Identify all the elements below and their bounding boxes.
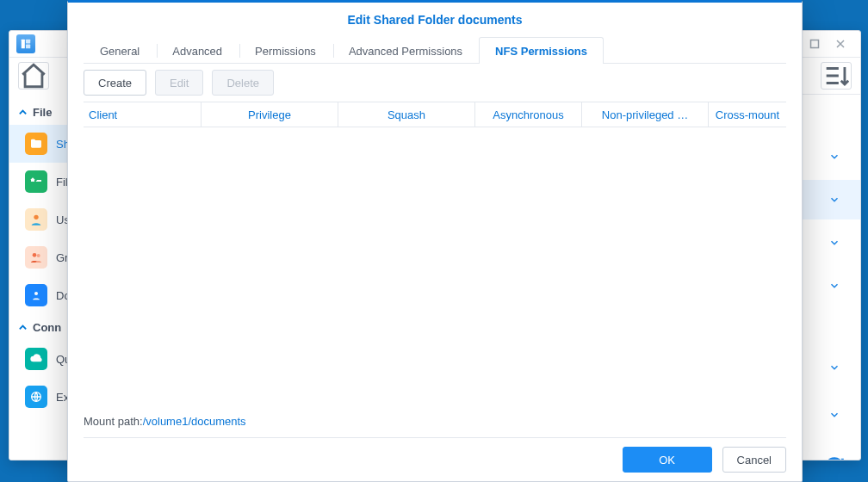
cancel-button[interactable]: Cancel	[722, 447, 786, 473]
tab-advanced[interactable]: Advanced	[156, 37, 239, 64]
svg-rect-1	[26, 40, 30, 44]
column-squash[interactable]: Squash	[338, 102, 475, 127]
nfs-rules-table: Client Privilege Squash Asynchronous Non…	[84, 102, 786, 405]
external-icon	[25, 386, 47, 408]
panel-expand-1[interactable]	[822, 145, 846, 169]
window-maximize-button[interactable]	[802, 34, 828, 53]
svg-rect-4	[811, 40, 819, 48]
column-client[interactable]: Client	[84, 102, 202, 127]
quickconnect-icon	[25, 348, 47, 370]
app-icon	[16, 34, 35, 53]
shared-folder-icon	[25, 133, 47, 155]
dialog-tabs: General Advanced Permissions Advanced Pe…	[84, 37, 786, 64]
sidebar-item-label: Fil	[56, 176, 68, 188]
tab-advanced-permissions[interactable]: Advanced Permissions	[332, 37, 479, 64]
svg-rect-2	[26, 45, 30, 49]
svg-point-11	[34, 292, 38, 295]
group-icon	[25, 246, 47, 269]
tab-label: Advanced	[172, 45, 222, 58]
panel-expand-4[interactable]	[822, 274, 846, 298]
table-header-row: Client Privilege Squash Asynchronous Non…	[84, 102, 786, 127]
svg-point-8	[34, 215, 38, 219]
refresh-button[interactable]	[822, 454, 846, 460]
panel-expand-2[interactable]	[822, 188, 846, 212]
sort-button[interactable]	[821, 62, 852, 90]
sidebar-section-label: Conn	[33, 321, 61, 334]
edit-shared-folder-dialog: Edit Shared Folder documents General Adv…	[67, 0, 803, 482]
mount-path-label: Mount path:	[84, 415, 143, 428]
svg-point-9	[33, 253, 37, 257]
create-button[interactable]: Create	[84, 70, 146, 96]
sidebar-section-label: File	[33, 106, 52, 119]
user-icon	[25, 208, 47, 231]
dialog-title: Edit Shared Folder documents	[68, 3, 802, 37]
panel-expand-3[interactable]	[822, 231, 846, 255]
tab-nfs-permissions[interactable]: NFS Permissions	[479, 37, 604, 64]
dialog-toolbar: Create Edit Delete	[68, 64, 802, 102]
panel-expand-6[interactable]	[822, 403, 846, 427]
column-async[interactable]: Asynchronous	[475, 102, 582, 127]
tab-label: General	[100, 45, 140, 58]
tab-label: Advanced Permissions	[349, 45, 462, 58]
svg-rect-0	[22, 40, 25, 49]
delete-button: Delete	[212, 70, 274, 96]
column-nonprivileged[interactable]: Non-privileged …	[582, 102, 709, 127]
home-button[interactable]	[18, 62, 49, 90]
file-services-icon	[25, 170, 47, 193]
tab-label: Permissions	[255, 45, 316, 58]
column-crossmount[interactable]: Cross-mount	[709, 102, 786, 127]
mount-path-value: /volume1/documents	[143, 415, 246, 428]
window-close-button[interactable]	[828, 34, 853, 53]
tab-general[interactable]: General	[84, 37, 156, 64]
edit-button: Edit	[155, 70, 203, 96]
panel-expand-5[interactable]	[822, 355, 846, 380]
svg-point-10	[37, 254, 40, 257]
tab-permissions[interactable]: Permissions	[239, 37, 332, 64]
tab-label: NFS Permissions	[495, 45, 587, 58]
ok-button[interactable]: OK	[623, 447, 712, 473]
mount-path-row: Mount path: /volume1/documents	[84, 405, 786, 438]
column-privilege[interactable]: Privilege	[202, 102, 338, 127]
dialog-buttons: OK Cancel	[68, 438, 802, 481]
domain-icon	[25, 284, 47, 306]
